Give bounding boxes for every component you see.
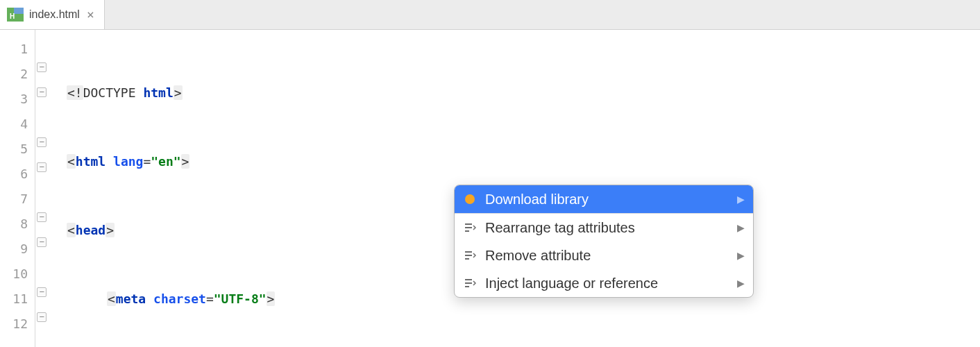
menu-item-remove-attribute[interactable]: Remove attribute ▶: [455, 242, 753, 269]
chevron-right-icon: ▶: [737, 222, 745, 233]
edit-icon: [463, 276, 477, 290]
fold-toggle-icon[interactable]: −: [37, 162, 47, 172]
code-line: <!DOCTYPE html>: [64, 81, 980, 105]
menu-item-label: Remove attribute: [485, 248, 729, 264]
html-file-icon: H: [7, 8, 24, 22]
intention-actions-popup: Download library ▶ Rearrange tag attribu…: [454, 185, 754, 298]
menu-item-label: Inject language or reference: [485, 276, 729, 291]
fold-toggle-icon[interactable]: −: [37, 237, 47, 247]
line-number: 5: [0, 137, 28, 162]
menu-item-label: Download library: [485, 192, 729, 208]
fold-toggle-icon[interactable]: −: [37, 287, 47, 297]
tab-filename: index.html: [29, 8, 80, 21]
fold-toggle-icon[interactable]: −: [37, 62, 47, 72]
lightbulb-icon: [463, 192, 477, 206]
file-tab[interactable]: H index.html ×: [0, 0, 105, 29]
menu-item-inject-language[interactable]: Inject language or reference ▶: [455, 269, 753, 297]
line-number: 10: [0, 262, 28, 287]
code-line: <html lang="en">: [64, 149, 980, 174]
menu-item-download-library[interactable]: Download library ▶: [455, 185, 753, 213]
line-number: 8: [0, 212, 28, 237]
fold-toggle-icon[interactable]: −: [37, 137, 47, 147]
fold-gutter: − − − − − − − −: [35, 30, 64, 347]
menu-item-label: Rearrange tag attributes: [485, 220, 729, 236]
menu-item-rearrange-attributes[interactable]: Rearrange tag attributes ▶: [455, 214, 753, 242]
line-number: 3: [0, 87, 28, 112]
svg-text:H: H: [10, 12, 15, 20]
chevron-right-icon: ▶: [737, 194, 745, 205]
line-number: 12: [0, 312, 28, 337]
line-number: 6: [0, 162, 28, 187]
line-number: 11: [0, 287, 28, 312]
line-number: 4: [0, 112, 28, 137]
line-number: 2: [0, 62, 28, 87]
line-number: 9: [0, 237, 28, 262]
fold-toggle-icon[interactable]: −: [37, 87, 47, 97]
line-number: 1: [0, 37, 28, 62]
chevron-right-icon: ▶: [737, 250, 745, 261]
fold-toggle-icon[interactable]: −: [37, 312, 47, 322]
svg-point-3: [465, 194, 475, 204]
close-icon[interactable]: ×: [85, 8, 96, 21]
chevron-right-icon: ▶: [737, 278, 745, 289]
line-number: 7: [0, 187, 28, 212]
svg-rect-1: [14, 8, 24, 14]
tab-bar: H index.html ×: [0, 0, 980, 30]
line-gutter: 1 2 3 4 5 6 7 8 9 10 11 12: [0, 30, 35, 347]
fold-toggle-icon[interactable]: −: [37, 212, 47, 222]
edit-icon: [463, 221, 477, 235]
edit-icon: [463, 248, 477, 262]
